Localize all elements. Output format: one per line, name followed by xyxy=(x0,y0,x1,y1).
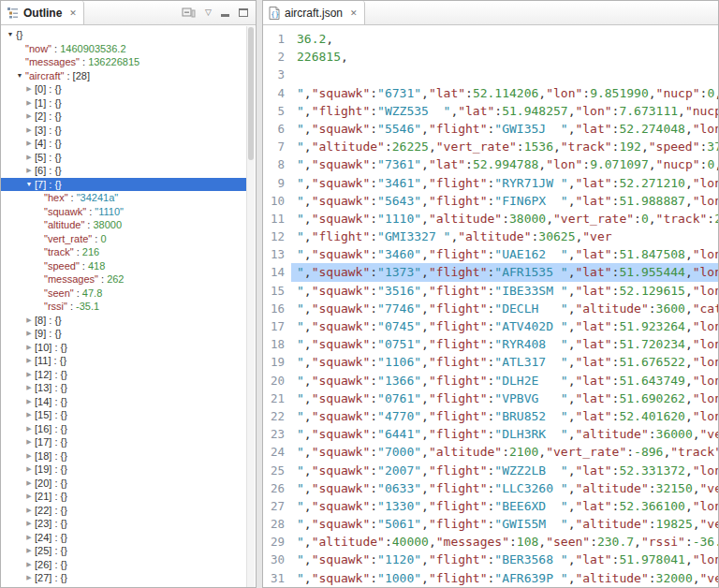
expand-arrow-icon[interactable]: ▶ xyxy=(23,435,35,449)
tree-item[interactable]: ▶[17] : {} xyxy=(1,435,246,449)
expand-arrow-icon[interactable]: ▶ xyxy=(23,314,35,328)
editor-line[interactable]: 22","squawk":"4770","flight":"BRU852 ","… xyxy=(263,407,718,425)
tree-item[interactable]: ▼[7] : {} xyxy=(1,178,246,192)
outline-scrollbar[interactable] xyxy=(246,26,255,587)
tree-item[interactable]: ▶[15] : {} xyxy=(1,408,246,422)
code-text[interactable]: ","squawk":"4770","flight":"BRU852 ","la… xyxy=(291,407,718,425)
tree-item[interactable]: ▶[8] : {} xyxy=(1,314,246,328)
editor-line[interactable]: 15","squawk":"3516","flight":"IBE33SM ",… xyxy=(263,282,718,300)
editor-line[interactable]: 31","squawk":"1000","flight":"AFR639P ",… xyxy=(263,569,718,587)
editor-line[interactable]: 28","squawk":"5061","flight":"GWI55M ","… xyxy=(263,515,718,533)
editor-line[interactable]: 13","squawk":"3460","flight":"UAE162 ","… xyxy=(263,245,718,263)
code-text[interactable]: ","squawk":"0745","flight":"ATV402D ","l… xyxy=(291,317,718,335)
expand-arrow-icon[interactable]: ▶ xyxy=(23,463,35,477)
tree-item[interactable]: ▶[26] : {} xyxy=(1,558,246,572)
expand-arrow-icon[interactable]: ▶ xyxy=(23,544,35,558)
collapse-arrow-icon[interactable]: ▼ xyxy=(14,69,25,83)
tree-item[interactable]: ▶[11] : {} xyxy=(1,354,246,368)
tree-item[interactable]: "hex" : "34241a" xyxy=(1,191,246,205)
tree-item[interactable]: "seen" : 47.8 xyxy=(1,287,246,301)
expand-arrow-icon[interactable]: ▶ xyxy=(23,354,35,368)
editor-line[interactable]: 5","flight":"WZZ535 ","lat":51.948257,"l… xyxy=(263,102,718,120)
collapse-all-icon[interactable] xyxy=(182,7,196,19)
code-text[interactable]: ","squawk":"7746","flight":"DECLH ","alt… xyxy=(291,300,718,317)
tree-item[interactable]: ▶[14] : {} xyxy=(1,395,246,409)
tree-item[interactable]: ▶[9] : {} xyxy=(1,327,246,341)
outline-tab[interactable]: Outline ✕ xyxy=(1,1,84,24)
editor-line[interactable]: 2226815, xyxy=(263,48,718,66)
editor-line[interactable]: 14","squawk":"1373","flight":"AFR1535 ",… xyxy=(263,263,718,281)
tree-item[interactable]: ▶[5] : {} xyxy=(1,151,246,165)
editor-tab-close-icon[interactable]: ✕ xyxy=(350,8,358,18)
expand-arrow-icon[interactable]: ▶ xyxy=(23,137,35,151)
editor-line[interactable]: 27","squawk":"1330","flight":"BEE6XD ","… xyxy=(263,497,718,515)
expand-arrow-icon[interactable]: ▶ xyxy=(23,490,35,504)
tree-item[interactable]: ▶[22] : {} xyxy=(1,504,246,518)
editor-line[interactable]: 20","squawk":"1366","flight":"DLH2E ","l… xyxy=(263,372,718,390)
expand-arrow-icon[interactable]: ▶ xyxy=(23,124,35,138)
editor-line[interactable]: 21","squawk":"0761","flight":"VPBVG ","l… xyxy=(263,390,718,407)
editor-line[interactable]: 3 xyxy=(263,66,718,83)
editor-line[interactable]: 19","squawk":"1106","flight":"ATL317 ","… xyxy=(263,353,718,371)
expand-arrow-icon[interactable]: ▶ xyxy=(23,408,35,422)
expand-arrow-icon[interactable]: ▶ xyxy=(23,422,35,436)
tree-item[interactable]: "now" : 1460903536.2 xyxy=(1,42,246,56)
tree-item[interactable]: "messages" : 262 xyxy=(1,272,246,287)
editor-line[interactable]: 9","squawk":"3461","flight":"RYR71JW ","… xyxy=(263,174,718,192)
editor-line[interactable]: 17","squawk":"0745","flight":"ATV402D ",… xyxy=(263,317,718,335)
code-text[interactable] xyxy=(291,66,718,83)
tree-item[interactable]: ▶[27] : {} xyxy=(1,571,246,585)
code-text[interactable]: 226815, xyxy=(291,48,718,66)
outline-tab-close-icon[interactable]: ✕ xyxy=(69,8,77,18)
editor-tab[interactable]: {} aircraft.json ✕ xyxy=(263,1,365,24)
editor-line[interactable]: 18","squawk":"0751","flight":"RYR408 ","… xyxy=(263,335,718,353)
editor-line[interactable]: 136.2, xyxy=(263,30,718,48)
code-text[interactable]: ","squawk":"0633","flight":"LLC3260 ","a… xyxy=(291,479,718,497)
code-text[interactable]: ","flight":"GMI3327 ","altitude":30625,"… xyxy=(291,228,718,245)
tree-item[interactable]: ▶[18] : {} xyxy=(1,449,246,463)
expand-arrow-icon[interactable]: ▶ xyxy=(23,368,35,382)
expand-arrow-icon[interactable]: ▶ xyxy=(23,96,35,110)
code-text[interactable]: ","squawk":"1373","flight":"AFR1535 ","l… xyxy=(291,263,718,281)
editor-line[interactable]: 4","squawk":"6731","lat":52.114206,"lon"… xyxy=(263,84,718,102)
editor-line[interactable]: 16","squawk":"7746","flight":"DECLH ","a… xyxy=(263,300,718,317)
code-text[interactable]: ","squawk":"3461","flight":"RYR71JW ","l… xyxy=(291,174,718,192)
tree-item[interactable]: ▶[24] : {} xyxy=(1,531,246,545)
tree-item[interactable]: "squawk" : "1110" xyxy=(1,205,246,219)
code-text[interactable]: ","squawk":"6731","lat":52.114206,"lon":… xyxy=(291,84,718,102)
editor-line[interactable]: 10","squawk":"5643","flight":"FIN6PX ","… xyxy=(263,192,718,210)
expand-arrow-icon[interactable]: ▶ xyxy=(23,395,35,409)
expand-arrow-icon[interactable]: ▶ xyxy=(23,477,35,491)
tree-item[interactable]: "altitude" : 38000 xyxy=(1,218,246,232)
tree-item[interactable]: ▶[23] : {} xyxy=(1,517,246,531)
tree-item[interactable]: ▶[20] : {} xyxy=(1,477,246,491)
expand-arrow-icon[interactable]: ▶ xyxy=(23,558,35,572)
tree-item[interactable]: ▶[19] : {} xyxy=(1,463,246,477)
outline-scrollbar-thumb[interactable] xyxy=(248,27,254,160)
expand-arrow-icon[interactable]: ▶ xyxy=(23,164,35,178)
expand-arrow-icon[interactable]: ▶ xyxy=(23,449,35,463)
collapse-arrow-icon[interactable]: ▼ xyxy=(5,28,16,42)
editor-line[interactable]: 24","squawk":"7000","altitude":2100,"ver… xyxy=(263,443,718,461)
tree-item[interactable]: ▶[4] : {} xyxy=(1,137,246,151)
code-text[interactable]: ","squawk":"1110","altitude":38000,"vert… xyxy=(291,210,718,228)
code-text[interactable]: ","flight":"WZZ535 ","lat":51.948257,"lo… xyxy=(291,102,718,120)
code-text[interactable]: ","squawk":"1000","flight":"AFR639P ","a… xyxy=(291,569,718,587)
tree-item[interactable]: ▶[25] : {} xyxy=(1,544,246,558)
expand-arrow-icon[interactable]: ▶ xyxy=(23,327,35,341)
expand-arrow-icon[interactable]: ▶ xyxy=(23,517,35,531)
editor-line[interactable]: 7","altitude":26225,"vert_rate":1536,"tr… xyxy=(263,138,718,155)
tree-item[interactable]: "speed" : 418 xyxy=(1,259,246,273)
tree-item[interactable]: ▶[10] : {} xyxy=(1,341,246,355)
code-text[interactable]: ","squawk":"5061","flight":"GWI55M ","al… xyxy=(291,515,718,533)
code-text[interactable]: ","altitude":26225,"vert_rate":1536,"tra… xyxy=(291,138,718,155)
code-text[interactable]: ","squawk":"5546","flight":"GWI35J ","la… xyxy=(291,120,718,138)
tree-item[interactable]: ▶[3] : {} xyxy=(1,124,246,138)
expand-arrow-icon[interactable]: ▶ xyxy=(23,531,35,545)
tree-item[interactable]: ▶[1] : {} xyxy=(1,96,246,110)
tree-item[interactable]: ▶[13] : {} xyxy=(1,381,246,395)
code-text[interactable]: ","squawk":"1330","flight":"BEE6XD ","la… xyxy=(291,497,718,515)
editor-line[interactable]: 30","squawk":"1120","flight":"BER3568 ",… xyxy=(263,551,718,568)
maximize-icon[interactable] xyxy=(239,8,248,17)
editor-line[interactable]: 8","squawk":"7361","lat":52.994788,"lon"… xyxy=(263,155,718,173)
